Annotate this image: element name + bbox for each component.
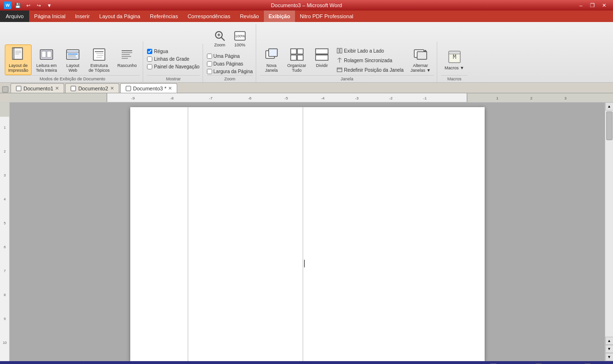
- scrollbar-vertical[interactable]: ▲ ▲ ▼ ▼: [605, 102, 613, 361]
- svg-text:10: 10: [3, 341, 7, 344]
- btn-zoom[interactable]: Zoom: [210, 27, 229, 50]
- menu-exibicao[interactable]: Exibição: [264, 11, 295, 22]
- quick-redo-btn[interactable]: ↪: [34, 1, 43, 10]
- svg-text:-6: -6: [248, 96, 252, 100]
- title-left: W 💾 ↩ ↪ ▼: [4, 1, 54, 10]
- scroll-up-btn[interactable]: ▲: [605, 102, 613, 110]
- svg-text:-4: -4: [321, 96, 325, 100]
- group-label-janela: Janela: [260, 75, 434, 82]
- quick-undo-btn[interactable]: ↩: [24, 1, 33, 10]
- btn-estrutura-topicos[interactable]: Estruturade Tópicos: [85, 44, 113, 75]
- svg-text:5: 5: [4, 221, 6, 225]
- doc-icon-3: [125, 86, 131, 91]
- tab-doc1[interactable]: Documento1 ✕: [11, 83, 64, 93]
- checkbox-largura-pagina[interactable]: Largura da Página: [207, 68, 253, 75]
- redefinir-icon: [337, 67, 342, 73]
- menu-bar: Arquivo Página Inicial Inserir Layout da…: [0, 11, 613, 22]
- svg-rect-72: [0, 102, 10, 361]
- menu-arquivo[interactable]: Arquivo: [0, 11, 29, 22]
- document-page[interactable]: [130, 107, 485, 361]
- btn-rolagem-sincronizada[interactable]: Rolagem Sincronizada: [334, 56, 406, 65]
- menu-referencias[interactable]: Referências: [145, 11, 183, 22]
- ruler-area: // We'll draw ticks via a loop approach …: [0, 93, 613, 102]
- svg-text:7: 7: [4, 269, 6, 273]
- menu-inserir[interactable]: Inserir: [70, 11, 95, 22]
- svg-text:9: 9: [4, 317, 6, 320]
- restore-btn[interactable]: ❐: [587, 1, 598, 9]
- btn-redefinir-posicao[interactable]: Redefinir Posição da Janela: [334, 66, 406, 74]
- scroll-prev-page-btn[interactable]: ▲: [605, 337, 613, 345]
- svg-rect-57: [467, 93, 613, 102]
- svg-text:-5: -5: [284, 96, 288, 100]
- title-bar: W 💾 ↩ ↪ ▼ Documento3 – Microsoft Word – …: [0, 0, 613, 11]
- zoom-checkboxes: Uma Página Duas Páginas Largura da Págin…: [207, 52, 253, 75]
- btn-exibir-lado-a-lado[interactable]: Exibir Lado a Lado: [334, 46, 406, 55]
- ruler-corner: [0, 93, 10, 102]
- duas-paginas-input[interactable]: [207, 61, 212, 66]
- column-divider-2: [303, 107, 303, 361]
- quick-customize-btn[interactable]: ▼: [45, 1, 54, 10]
- doc-icon: [16, 86, 22, 91]
- scroll-track[interactable]: [605, 110, 613, 337]
- tab-doc1-close[interactable]: ✕: [55, 86, 59, 91]
- quick-save-btn[interactable]: 💾: [13, 1, 22, 10]
- uma-pagina-input[interactable]: [207, 54, 212, 59]
- svg-text:-8: -8: [170, 96, 174, 100]
- svg-rect-43: [337, 68, 342, 72]
- checkbox-duas-paginas[interactable]: Duas Páginas: [207, 60, 253, 67]
- status-bar: Página: 1 de 2 Palavras: 0 i Português (…: [0, 361, 613, 364]
- tabs-bar: Documento1 ✕ Documento2 ✕ Documento3 * ✕: [0, 83, 613, 93]
- painel-navegacao-input[interactable]: [147, 64, 152, 69]
- ribbon-group-zoom: Zoom 100% 100% Uma P: [204, 24, 256, 82]
- tab-doc2[interactable]: Documento2 ✕: [65, 83, 119, 93]
- btn-zoom-100[interactable]: 100% 100%: [230, 27, 250, 50]
- btn-nova-janela[interactable]: Nova Janela: [260, 44, 283, 75]
- svg-rect-1: [14, 48, 23, 59]
- menu-nitro[interactable]: Nitro PDF Professional: [295, 11, 358, 22]
- btn-layout-impressao[interactable]: Layout de Impressão: [5, 44, 32, 75]
- window-title: Documento3 – Microsoft Word: [271, 2, 342, 8]
- menu-revisao[interactable]: Revisão: [235, 11, 264, 22]
- btn-dividir[interactable]: Dividir: [310, 44, 333, 70]
- document-area[interactable]: [10, 102, 605, 361]
- doc-icon-2: [70, 86, 76, 91]
- svg-rect-31: [291, 49, 296, 54]
- svg-text:100%: 100%: [235, 34, 244, 38]
- tab-doc2-close[interactable]: ✕: [110, 86, 114, 91]
- btn-macros[interactable]: M Macros ▼: [441, 47, 467, 73]
- svg-rect-56: [10, 93, 107, 102]
- svg-text:-2: -2: [389, 96, 393, 100]
- btn-leitura-tela[interactable]: Leitura em Tela Inteira: [33, 44, 60, 75]
- svg-rect-32: [297, 49, 303, 54]
- organizar-tudo-icon: [289, 47, 305, 62]
- tab-doc3-close[interactable]: ✕: [168, 86, 172, 91]
- linhas-grade-input[interactable]: [147, 56, 152, 62]
- menu-layout-pagina[interactable]: Layout da Página: [94, 11, 145, 22]
- svg-rect-33: [291, 55, 296, 60]
- exibir-lado-icon: [337, 48, 342, 54]
- svg-text:-7: -7: [209, 96, 213, 100]
- svg-text:-1: -1: [423, 96, 427, 100]
- menu-correspondencias[interactable]: Correspondências: [183, 11, 235, 22]
- svg-rect-34: [297, 55, 303, 60]
- largura-pagina-input[interactable]: [207, 69, 212, 74]
- svg-rect-54: [0, 93, 10, 102]
- btn-rascunho[interactable]: Rascunho: [114, 44, 140, 70]
- svg-rect-39: [340, 48, 342, 53]
- scroll-next-page-btn[interactable]: ▼: [605, 345, 613, 353]
- btn-layout-web[interactable]: Layout Web: [61, 44, 84, 75]
- regua-input[interactable]: [147, 49, 152, 54]
- scroll-thumb[interactable]: [606, 111, 613, 140]
- btn-organizar-tudo[interactable]: Organizar Tudo: [284, 44, 310, 75]
- alternar-janelas-icon: [413, 47, 428, 62]
- scroll-down-btn[interactable]: ▼: [605, 353, 613, 361]
- tab-doc3[interactable]: Documento3 * ✕: [120, 83, 178, 93]
- close-btn[interactable]: ✕: [599, 1, 609, 9]
- minimize-btn[interactable]: –: [576, 1, 586, 9]
- menu-pagina-inicial[interactable]: Página Inicial: [29, 11, 70, 22]
- checkbox-painel-navegacao[interactable]: Painel de Navegação: [147, 63, 199, 70]
- checkbox-uma-pagina[interactable]: Uma Página: [207, 53, 253, 60]
- btn-alternar-janelas[interactable]: Alternar Janelas ▼: [407, 44, 434, 75]
- checkbox-linhas-grade[interactable]: Linhas de Grade: [147, 55, 199, 63]
- checkbox-regua[interactable]: Régua: [147, 48, 199, 55]
